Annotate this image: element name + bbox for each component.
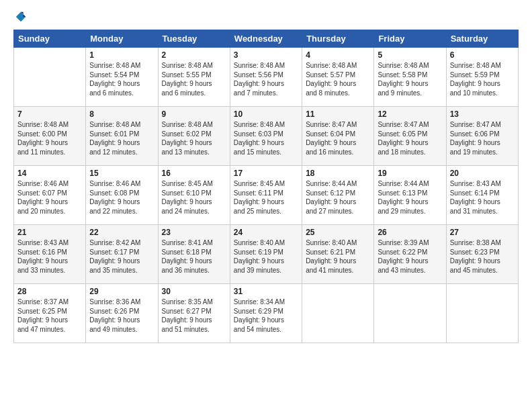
- day-info: Sunrise: 8:37 AMSunset: 6:25 PMDaylight:…: [17, 298, 82, 334]
- day-number: 18: [306, 169, 370, 178]
- day-number: 15: [89, 169, 154, 178]
- day-number: 29: [89, 287, 154, 296]
- calendar-col-tuesday: Tuesday: [158, 30, 230, 48]
- day-number: 14: [17, 169, 82, 178]
- calendar-cell: 23Sunrise: 8:41 AMSunset: 6:18 PMDayligh…: [158, 225, 230, 284]
- calendar-cell: 17Sunrise: 8:45 AMSunset: 6:11 PMDayligh…: [230, 166, 302, 225]
- calendar-row-2: 14Sunrise: 8:46 AMSunset: 6:07 PMDayligh…: [14, 166, 519, 225]
- day-number: 17: [234, 169, 298, 178]
- calendar-cell: 9Sunrise: 8:48 AMSunset: 6:02 PMDaylight…: [158, 107, 230, 166]
- calendar-cell: 31Sunrise: 8:34 AMSunset: 6:29 PMDayligh…: [230, 284, 302, 343]
- day-info: Sunrise: 8:47 AMSunset: 6:05 PMDaylight:…: [378, 120, 442, 156]
- calendar-cell: 8Sunrise: 8:48 AMSunset: 6:01 PMDaylight…: [86, 107, 158, 166]
- day-number: 1: [89, 50, 154, 60]
- calendar-cell: 16Sunrise: 8:45 AMSunset: 6:10 PMDayligh…: [158, 166, 230, 225]
- header: [13, 11, 519, 23]
- calendar-cell: 11Sunrise: 8:47 AMSunset: 6:04 PMDayligh…: [302, 107, 374, 166]
- day-number: 2: [162, 50, 226, 60]
- day-info: Sunrise: 8:47 AMSunset: 6:04 PMDaylight:…: [306, 120, 370, 156]
- day-number: 16: [162, 169, 226, 178]
- day-info: Sunrise: 8:45 AMSunset: 6:10 PMDaylight:…: [162, 179, 226, 216]
- calendar-cell: 14Sunrise: 8:46 AMSunset: 6:07 PMDayligh…: [14, 166, 86, 225]
- day-info: Sunrise: 8:40 AMSunset: 6:21 PMDaylight:…: [306, 238, 370, 275]
- day-number: 5: [378, 50, 442, 60]
- day-info: Sunrise: 8:43 AMSunset: 6:16 PMDaylight:…: [17, 238, 82, 275]
- calendar-cell: 12Sunrise: 8:47 AMSunset: 6:05 PMDayligh…: [374, 107, 446, 166]
- calendar-cell: 2Sunrise: 8:48 AMSunset: 5:55 PMDaylight…: [158, 48, 230, 107]
- day-number: 3: [234, 50, 298, 60]
- day-info: Sunrise: 8:48 AMSunset: 5:56 PMDaylight:…: [234, 61, 298, 97]
- day-number: 27: [450, 228, 515, 237]
- day-number: 26: [378, 228, 442, 237]
- calendar-cell: 19Sunrise: 8:44 AMSunset: 6:13 PMDayligh…: [374, 166, 446, 225]
- day-number: 20: [450, 169, 515, 178]
- calendar-cell: 13Sunrise: 8:47 AMSunset: 6:06 PMDayligh…: [446, 107, 518, 166]
- day-info: Sunrise: 8:48 AMSunset: 5:57 PMDaylight:…: [306, 61, 370, 97]
- calendar-cell: 7Sunrise: 8:48 AMSunset: 6:00 PMDaylight…: [14, 107, 86, 166]
- calendar-cell: 3Sunrise: 8:48 AMSunset: 5:56 PMDaylight…: [230, 48, 302, 107]
- day-number: 19: [378, 169, 442, 178]
- day-number: 7: [17, 109, 82, 119]
- day-info: Sunrise: 8:46 AMSunset: 6:08 PMDaylight:…: [89, 179, 154, 216]
- calendar-header-row: SundayMondayTuesdayWednesdayThursdayFrid…: [14, 30, 519, 48]
- calendar-col-saturday: Saturday: [446, 30, 518, 48]
- day-number: 30: [162, 287, 226, 296]
- calendar-cell: 20Sunrise: 8:43 AMSunset: 6:14 PMDayligh…: [446, 166, 518, 225]
- day-number: 10: [234, 109, 298, 119]
- day-info: Sunrise: 8:39 AMSunset: 6:22 PMDaylight:…: [378, 238, 442, 275]
- calendar-cell: 21Sunrise: 8:43 AMSunset: 6:16 PMDayligh…: [14, 225, 86, 284]
- day-number: 4: [306, 50, 370, 60]
- day-info: Sunrise: 8:41 AMSunset: 6:18 PMDaylight:…: [162, 238, 226, 275]
- day-info: Sunrise: 8:48 AMSunset: 6:00 PMDaylight:…: [17, 120, 82, 156]
- day-info: Sunrise: 8:42 AMSunset: 6:17 PMDaylight:…: [89, 238, 154, 275]
- calendar-row-1: 7Sunrise: 8:48 AMSunset: 6:00 PMDaylight…: [14, 107, 519, 166]
- calendar-cell: 22Sunrise: 8:42 AMSunset: 6:17 PMDayligh…: [86, 225, 158, 284]
- calendar-cell: [374, 284, 446, 343]
- day-number: 13: [450, 109, 515, 119]
- calendar-cell: 27Sunrise: 8:38 AMSunset: 6:23 PMDayligh…: [446, 225, 518, 284]
- day-number: 11: [306, 109, 370, 119]
- calendar-cell: [302, 284, 374, 343]
- day-info: Sunrise: 8:48 AMSunset: 5:58 PMDaylight:…: [378, 61, 442, 97]
- day-info: Sunrise: 8:46 AMSunset: 6:07 PMDaylight:…: [17, 179, 82, 216]
- calendar-cell: [14, 48, 86, 107]
- day-number: 24: [234, 228, 298, 237]
- calendar-cell: 29Sunrise: 8:36 AMSunset: 6:26 PMDayligh…: [86, 284, 158, 343]
- day-info: Sunrise: 8:45 AMSunset: 6:11 PMDaylight:…: [234, 179, 298, 216]
- day-info: Sunrise: 8:36 AMSunset: 6:26 PMDaylight:…: [89, 298, 154, 334]
- calendar-cell: 18Sunrise: 8:44 AMSunset: 6:12 PMDayligh…: [302, 166, 374, 225]
- day-info: Sunrise: 8:38 AMSunset: 6:23 PMDaylight:…: [450, 238, 515, 275]
- calendar-cell: 30Sunrise: 8:35 AMSunset: 6:27 PMDayligh…: [158, 284, 230, 343]
- day-info: Sunrise: 8:43 AMSunset: 6:14 PMDaylight:…: [450, 179, 515, 216]
- day-info: Sunrise: 8:35 AMSunset: 6:27 PMDaylight:…: [162, 298, 226, 334]
- calendar-cell: 1Sunrise: 8:48 AMSunset: 5:54 PMDaylight…: [86, 48, 158, 107]
- calendar-row-3: 21Sunrise: 8:43 AMSunset: 6:16 PMDayligh…: [14, 225, 519, 284]
- day-number: 12: [378, 109, 442, 119]
- calendar-col-friday: Friday: [374, 30, 446, 48]
- calendar-col-monday: Monday: [86, 30, 158, 48]
- day-number: 23: [162, 228, 226, 237]
- calendar-cell: 6Sunrise: 8:48 AMSunset: 5:59 PMDaylight…: [446, 48, 518, 107]
- calendar-cell: 26Sunrise: 8:39 AMSunset: 6:22 PMDayligh…: [374, 225, 446, 284]
- day-info: Sunrise: 8:48 AMSunset: 6:02 PMDaylight:…: [162, 120, 226, 156]
- page: SundayMondayTuesdayWednesdayThursdayFrid…: [0, 0, 532, 411]
- calendar-cell: 28Sunrise: 8:37 AMSunset: 6:25 PMDayligh…: [14, 284, 86, 343]
- calendar-row-0: 1Sunrise: 8:48 AMSunset: 5:54 PMDaylight…: [14, 48, 519, 107]
- calendar-cell: 25Sunrise: 8:40 AMSunset: 6:21 PMDayligh…: [302, 225, 374, 284]
- day-info: Sunrise: 8:48 AMSunset: 5:59 PMDaylight:…: [450, 61, 515, 97]
- day-info: Sunrise: 8:40 AMSunset: 6:19 PMDaylight:…: [234, 238, 298, 275]
- day-info: Sunrise: 8:48 AMSunset: 6:01 PMDaylight:…: [89, 120, 154, 156]
- calendar-cell: 5Sunrise: 8:48 AMSunset: 5:58 PMDaylight…: [374, 48, 446, 107]
- calendar-row-4: 28Sunrise: 8:37 AMSunset: 6:25 PMDayligh…: [14, 284, 519, 343]
- day-number: 25: [306, 228, 370, 237]
- calendar-col-sunday: Sunday: [14, 30, 86, 48]
- calendar-col-wednesday: Wednesday: [230, 30, 302, 48]
- calendar-cell: [446, 284, 518, 343]
- day-info: Sunrise: 8:44 AMSunset: 6:13 PMDaylight:…: [378, 179, 442, 216]
- day-number: 22: [89, 228, 154, 237]
- logo: [13, 11, 27, 23]
- day-number: 21: [17, 228, 82, 237]
- day-number: 28: [17, 287, 82, 296]
- day-number: 31: [234, 287, 298, 296]
- logo-icon: [15, 11, 27, 23]
